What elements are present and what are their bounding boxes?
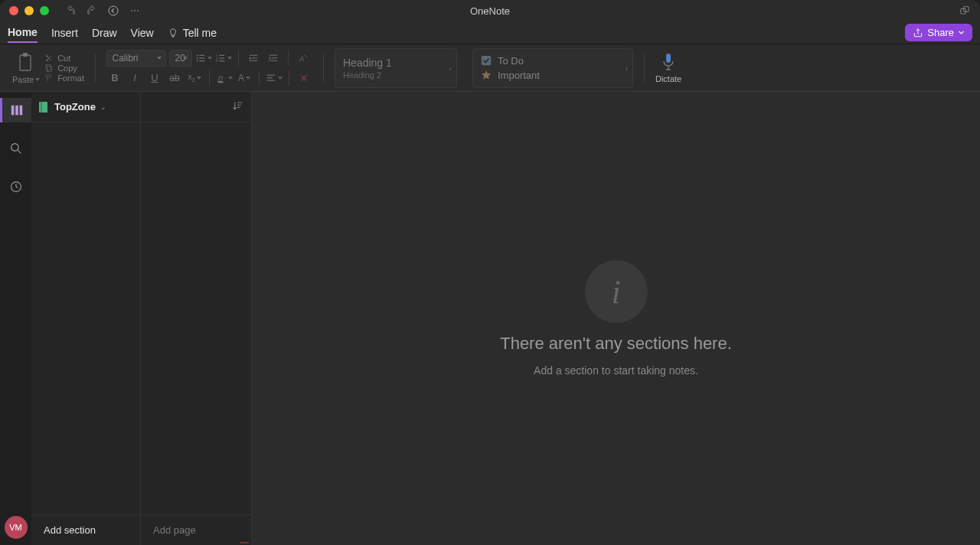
undo-icon[interactable] xyxy=(64,5,77,17)
open-new-window-icon[interactable] xyxy=(959,5,971,17)
note-canvas: i There aren't any sections here. Add a … xyxy=(252,92,980,545)
font-size-select[interactable]: 20 xyxy=(169,50,192,67)
svg-rect-37 xyxy=(11,106,15,116)
svg-rect-7 xyxy=(23,53,28,57)
bullets-button[interactable] xyxy=(195,50,212,67)
svg-rect-34 xyxy=(267,80,276,80)
window-maximize-button[interactable] xyxy=(40,6,49,15)
italic-button[interactable]: I xyxy=(126,70,143,86)
add-section-button[interactable]: Add section xyxy=(31,514,140,545)
sections-panel: TopZone ⌄ Add section xyxy=(31,92,141,545)
format-painter-button[interactable]: Format xyxy=(44,73,84,83)
traffic-lights xyxy=(9,6,49,15)
font-color-button[interactable]: A xyxy=(236,70,253,86)
user-avatar[interactable]: VM xyxy=(5,516,28,539)
numbering-button[interactable]: 123 xyxy=(215,50,232,67)
tab-insert[interactable]: Insert xyxy=(51,24,78,42)
svg-rect-21 xyxy=(220,57,225,58)
tab-home[interactable]: Home xyxy=(8,23,38,43)
style-heading-1: Heading 1 xyxy=(343,57,449,69)
chevron-right-icon: › xyxy=(626,64,628,72)
pages-header xyxy=(141,92,251,122)
svg-text:A: A xyxy=(299,54,304,62)
svg-rect-43 xyxy=(41,102,42,113)
svg-rect-33 xyxy=(267,77,273,78)
search-icon xyxy=(10,142,22,155)
more-icon[interactable] xyxy=(129,5,141,17)
add-page-button[interactable]: Add page xyxy=(141,514,251,545)
chevron-down-icon xyxy=(958,29,965,36)
style-heading-2: Heading 2 xyxy=(343,70,449,80)
paste-label: Paste xyxy=(12,75,34,84)
strikethrough-button[interactable]: ab xyxy=(166,70,183,86)
window-minimize-button[interactable] xyxy=(24,6,34,15)
tags-gallery[interactable]: To Do Important › xyxy=(472,48,633,88)
sort-icon xyxy=(231,100,243,112)
tab-view[interactable]: View xyxy=(131,24,154,42)
svg-rect-23 xyxy=(220,60,225,60)
checkbox-icon xyxy=(481,55,492,66)
svg-rect-42 xyxy=(39,102,47,113)
svg-rect-11 xyxy=(46,64,51,70)
clock-icon xyxy=(10,181,22,193)
rail-recent[interactable] xyxy=(0,175,31,199)
svg-rect-4 xyxy=(961,8,966,14)
svg-rect-24 xyxy=(250,54,258,55)
share-label: Share xyxy=(927,27,954,38)
subscript-button[interactable]: x2 xyxy=(186,70,203,86)
notebooks-icon xyxy=(10,103,24,117)
svg-rect-25 xyxy=(253,57,258,58)
bold-button[interactable]: B xyxy=(106,70,123,86)
ribbon: Paste Cut Copy Format Calibri 20 123 A B… xyxy=(0,44,980,92)
back-icon[interactable] xyxy=(107,5,119,17)
notebook-icon xyxy=(38,101,50,113)
font-group: Calibri 20 123 A B I U ab x2 A xyxy=(102,47,317,88)
svg-rect-36 xyxy=(666,54,671,63)
align-button[interactable] xyxy=(266,70,283,86)
indent-button[interactable] xyxy=(265,50,282,67)
svg-rect-31 xyxy=(218,81,224,83)
delete-button[interactable] xyxy=(296,70,312,86)
svg-rect-38 xyxy=(15,106,18,116)
share-button[interactable]: Share xyxy=(905,24,972,41)
navigation-rail: VM xyxy=(0,92,31,545)
svg-rect-19 xyxy=(220,54,225,55)
redo-icon[interactable] xyxy=(86,5,98,17)
titlebar: OneNote xyxy=(0,0,980,21)
tag-todo: To Do xyxy=(481,55,625,67)
tell-me-button[interactable]: Tell me xyxy=(168,24,217,42)
paste-button[interactable]: Paste xyxy=(12,52,40,84)
svg-point-16 xyxy=(197,60,198,61)
rail-notebooks[interactable] xyxy=(0,98,31,122)
window-close-button[interactable] xyxy=(9,6,18,15)
menu-tabs: Home Insert Draw View Tell me Share xyxy=(0,21,980,44)
highlight-button[interactable] xyxy=(216,70,233,86)
font-family-select[interactable]: Calibri xyxy=(106,50,166,67)
svg-point-3 xyxy=(137,10,139,11)
svg-point-1 xyxy=(131,10,132,11)
sections-list xyxy=(31,122,140,514)
sort-button[interactable] xyxy=(231,100,243,115)
svg-rect-15 xyxy=(200,57,205,58)
svg-rect-13 xyxy=(200,54,205,55)
tab-draw[interactable]: Draw xyxy=(92,24,117,42)
notebook-selector[interactable]: TopZone ⌄ xyxy=(31,92,140,122)
rail-search[interactable] xyxy=(0,136,31,161)
clear-formatting-button[interactable]: A xyxy=(295,50,312,67)
empty-state-title: There aren't any sections here. xyxy=(500,334,732,354)
cut-button[interactable]: Cut xyxy=(44,54,84,63)
underline-button[interactable]: U xyxy=(146,70,163,86)
notebook-name: TopZone xyxy=(54,101,96,113)
outdent-button[interactable] xyxy=(245,50,262,67)
svg-rect-5 xyxy=(964,7,969,12)
info-icon: i xyxy=(585,260,648,323)
copy-button[interactable]: Copy xyxy=(44,64,84,73)
pages-panel: Add page xyxy=(141,92,252,545)
dictate-button[interactable]: Dictate xyxy=(655,52,681,83)
main-area: VM TopZone ⌄ Add section Add page i Ther… xyxy=(0,92,980,545)
svg-rect-35 xyxy=(482,56,491,65)
tag-important: Important xyxy=(481,70,625,81)
styles-gallery[interactable]: Heading 1 Heading 2 › xyxy=(335,48,457,88)
microphone-icon xyxy=(661,52,676,72)
lightbulb-icon xyxy=(168,28,178,38)
